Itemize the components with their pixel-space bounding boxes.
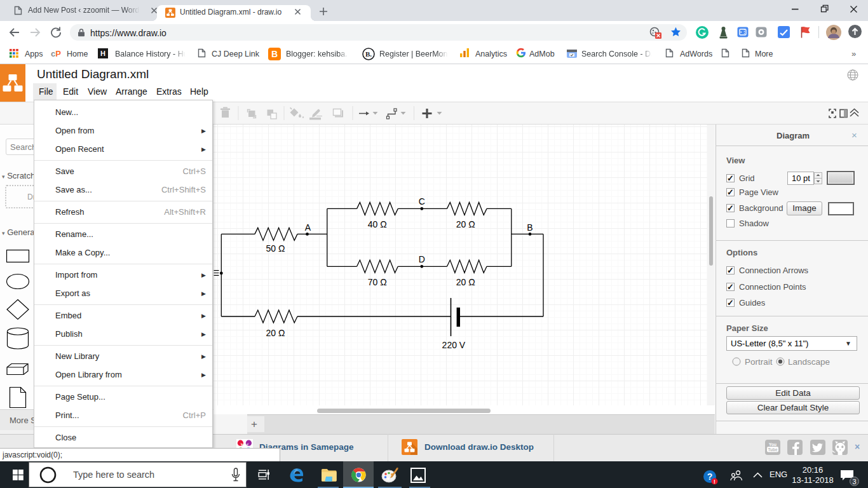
svg-text:B.: B. [365,50,372,58]
svg-text:20 Ω: 20 Ω [266,328,285,338]
svg-text:You: You [769,442,776,447]
svg-text:!: ! [714,478,715,485]
svg-text:C: C [419,196,425,207]
svg-text:3: 3 [852,478,856,485]
svg-text:B: B [527,222,532,233]
svg-text:20 Ω: 20 Ω [456,277,475,287]
svg-text:70 Ω: 70 Ω [368,277,387,287]
svg-text:D: D [419,254,425,264]
svg-text:Tube: Tube [768,447,777,452]
svg-text:A: A [305,222,311,233]
svg-text:50 Ω: 50 Ω [266,243,285,254]
svg-text:220 V: 220 V [442,340,466,350]
svg-text:40 Ω: 40 Ω [368,219,387,229]
svg-text:20 Ω: 20 Ω [456,219,475,229]
